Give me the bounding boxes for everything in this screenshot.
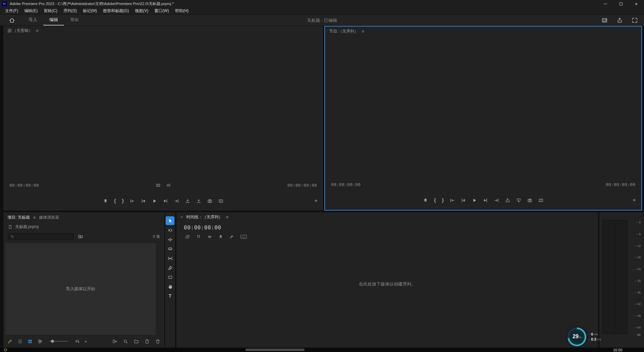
linked-selection-icon[interactable] xyxy=(207,234,212,239)
workspace-tab[interactable]: 导入 xyxy=(22,15,43,26)
track-select-forward-tool[interactable] xyxy=(166,226,174,234)
menu-item[interactable]: 序列(S) xyxy=(60,7,80,14)
step-forward-icon[interactable] xyxy=(483,198,488,203)
workspace-tab[interactable]: 导出 xyxy=(64,15,85,26)
project-bin-area[interactable]: 导入媒体以开始 xyxy=(5,243,156,335)
zoom-slider-knob[interactable] xyxy=(51,340,54,343)
go-to-in-icon[interactable] xyxy=(450,198,455,203)
export-frame-icon[interactable] xyxy=(527,198,532,203)
new-bin-icon[interactable] xyxy=(134,339,139,344)
mark-in-icon[interactable]: { xyxy=(434,198,436,203)
clear-icon[interactable] xyxy=(155,339,160,344)
restore-button[interactable] xyxy=(613,0,629,7)
panel-menu-icon[interactable]: ≡ xyxy=(226,215,229,220)
button-editor-icon[interactable]: + xyxy=(314,197,318,204)
go-to-in-icon[interactable] xyxy=(130,199,135,204)
network-monitor-widget[interactable]: 29 % ↑ 0 K/s ↓ 0.3 K/s xyxy=(568,327,601,346)
progress-dashboard-icon[interactable] xyxy=(601,17,608,24)
project-root-row[interactable]: 无标题.prproj xyxy=(3,222,164,231)
quick-export-icon[interactable] xyxy=(616,17,623,24)
list-view-icon[interactable] xyxy=(17,339,22,344)
add-marker-icon[interactable] xyxy=(218,234,223,239)
selection-tool[interactable] xyxy=(166,216,174,225)
freeform-view-icon[interactable] xyxy=(38,339,43,344)
sort-icon[interactable] xyxy=(75,339,80,344)
panel-menu-icon[interactable]: ≡ xyxy=(33,215,36,220)
type-tool[interactable]: T xyxy=(166,292,174,300)
menu-item[interactable]: 文件(F) xyxy=(2,7,21,14)
fullscreen-icon[interactable] xyxy=(632,17,638,24)
download-value: 0.3 xyxy=(591,338,596,341)
project-writable-icon[interactable] xyxy=(7,339,12,344)
step-forward-icon[interactable] xyxy=(163,199,168,204)
play-icon[interactable] xyxy=(472,198,477,203)
ripple-edit-tool[interactable] xyxy=(166,235,174,244)
premiere-window: Pr Adobe Premiere Pro 2023 - C:\用户\Admin… xyxy=(0,0,644,352)
pen-tool[interactable] xyxy=(166,263,174,272)
home-icon[interactable] xyxy=(9,17,15,24)
chevron-down-icon[interactable]: ▾ xyxy=(85,340,87,343)
menu-item[interactable]: 图形和标题(G) xyxy=(100,7,132,14)
rectangle-tool[interactable] xyxy=(166,273,174,281)
hand-tool[interactable] xyxy=(166,282,174,291)
mark-out-icon[interactable]: } xyxy=(122,199,124,203)
extract-icon[interactable] xyxy=(516,198,521,203)
insert-icon[interactable] xyxy=(185,199,190,204)
panel-close-icon[interactable]: × xyxy=(180,215,183,220)
meter-tick xyxy=(635,257,636,258)
play-icon[interactable] xyxy=(152,199,157,204)
step-back-icon[interactable] xyxy=(461,198,466,203)
comparison-view-icon[interactable] xyxy=(538,198,543,203)
new-search-bin-icon[interactable] xyxy=(78,234,83,239)
drag-video-icon[interactable] xyxy=(156,183,161,188)
export-frame-icon[interactable] xyxy=(207,199,212,204)
project-search-row: 0 项 xyxy=(3,231,164,242)
search-box[interactable] xyxy=(8,233,74,240)
timeline-panel-tab[interactable]: 时间线：（无序列） xyxy=(186,214,223,220)
timeline-timecode[interactable]: 00:00:00:00 xyxy=(184,224,221,231)
menu-item[interactable]: 帮助(H) xyxy=(172,7,192,14)
captions-icon[interactable]: CC xyxy=(240,235,247,239)
source-panel-tab[interactable]: 源:（无剪辑） xyxy=(7,28,33,34)
program-panel-tab[interactable]: 节目:（无序列） xyxy=(329,29,358,34)
nest-sequences-icon[interactable] xyxy=(185,234,190,239)
add-marker-icon[interactable] xyxy=(103,199,108,204)
search-input[interactable] xyxy=(16,234,71,239)
go-to-out-icon[interactable] xyxy=(174,199,179,204)
go-to-out-icon[interactable] xyxy=(494,198,499,203)
comparison-view-icon[interactable] xyxy=(218,199,223,204)
add-marker-icon[interactable] xyxy=(423,198,428,203)
snap-icon[interactable] xyxy=(196,234,201,239)
drag-audio-icon[interactable] xyxy=(166,183,171,188)
find-icon[interactable] xyxy=(123,339,128,344)
automate-to-sequence-icon[interactable] xyxy=(112,339,117,344)
timeline-settings-icon[interactable] xyxy=(229,234,234,239)
slip-tool[interactable] xyxy=(166,254,174,263)
timeline-drop-zone[interactable]: 在此处放下媒体以创建序列。 xyxy=(176,281,598,287)
menu-item[interactable]: 编辑(E) xyxy=(21,7,41,14)
panel-menu-icon[interactable]: ≡ xyxy=(36,28,39,33)
menu-item[interactable]: 剪辑(C) xyxy=(41,7,60,14)
media-browser-tab[interactable]: 媒体浏览器 xyxy=(39,215,59,220)
zoom-slider[interactable] xyxy=(49,341,68,342)
razor-tool[interactable] xyxy=(166,245,174,253)
mark-out-icon[interactable]: } xyxy=(442,198,444,203)
download-unit: K/s xyxy=(597,338,601,341)
scrollbar-thumb[interactable] xyxy=(246,349,305,351)
program-panel-header: 节目:（无序列） ≡ xyxy=(325,27,641,36)
button-editor-icon[interactable]: + xyxy=(633,197,636,204)
lift-icon[interactable] xyxy=(505,198,510,203)
minimize-button[interactable] xyxy=(598,0,613,7)
project-panel-tab[interactable]: 项目: 无标题 xyxy=(7,215,30,220)
overwrite-icon[interactable] xyxy=(196,199,201,204)
panel-menu-icon[interactable]: ≡ xyxy=(362,29,364,34)
workspace-tab[interactable]: 编辑 xyxy=(43,15,64,26)
close-button[interactable]: × xyxy=(629,0,644,7)
mark-in-icon[interactable]: { xyxy=(114,199,116,203)
new-item-icon[interactable] xyxy=(145,339,150,344)
menu-item[interactable]: 视图(V) xyxy=(132,7,151,14)
menu-item[interactable]: 窗口(W) xyxy=(151,7,172,14)
step-back-icon[interactable] xyxy=(141,199,146,204)
icon-view-icon[interactable] xyxy=(28,339,33,344)
menu-item[interactable]: 标记(M) xyxy=(80,7,100,14)
